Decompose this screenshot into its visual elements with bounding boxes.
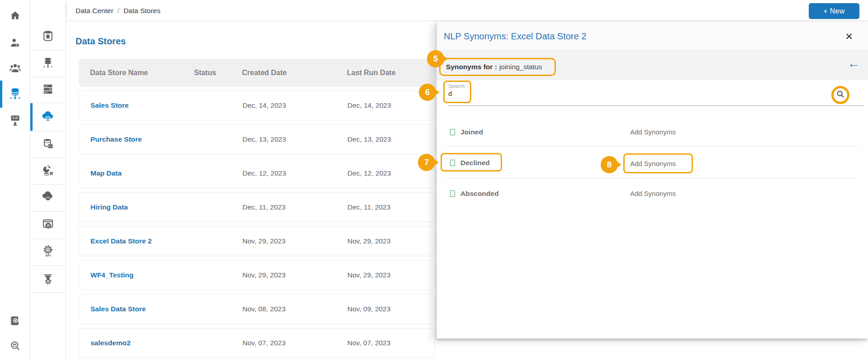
back-arrow-icon[interactable]: ←: [848, 57, 860, 71]
synonym-value-label: Absconded: [460, 190, 498, 198]
declined-highlight-box: [441, 153, 502, 171]
new-button[interactable]: + New: [809, 3, 859, 19]
close-icon[interactable]: ✕: [842, 30, 856, 43]
database-code-icon: </>: [41, 137, 55, 152]
database-home-icon: [41, 29, 55, 45]
last-run-date: Nov, 29, 2023: [347, 227, 390, 256]
created-date: Nov, 07, 2023: [242, 329, 285, 357]
table-row[interactable]: Excel Data Store 2 Nov, 29, 2023 Nov, 29…: [79, 226, 435, 256]
add-synonyms-link[interactable]: Add Synonyms: [630, 128, 676, 136]
table-row[interactable]: Map Data Dec, 12, 2023 Dec, 12, 2023: [79, 158, 435, 188]
last-run-date: Dec, 12, 2023: [347, 159, 391, 188]
sidebar2-item-data-sync[interactable]: [30, 158, 66, 185]
users-icon: [9, 62, 22, 76]
cloud-layers-icon: [41, 190, 55, 206]
synonyms-for-field: Synonyms for : joining_status: [439, 58, 556, 76]
top-bar: Data Center / Data Stores + New: [30, 0, 868, 21]
sidebar2-item-server-rack[interactable]: [30, 77, 66, 103]
data-store-name-link[interactable]: Purchase Store: [90, 125, 142, 154]
sidebar2-item-app-database[interactable]: [30, 212, 66, 239]
breadcrumb-separator: /: [118, 7, 119, 15]
sidebar2-item-api[interactable]: API: [30, 239, 66, 266]
search-floating-label: Search: [448, 83, 470, 89]
breadcrumb-parent[interactable]: Data Center: [76, 7, 114, 15]
data-store-name-link[interactable]: salesdemo2: [90, 329, 131, 357]
sidebar2-item-cloud-database[interactable]: [30, 103, 66, 131]
sidebar2-item-database-stack[interactable]: [30, 51, 66, 77]
column-header-created[interactable]: Created Date: [242, 59, 287, 87]
api-gear-icon: API: [41, 244, 55, 260]
data-store-name-link[interactable]: Excel Data Store 2: [90, 227, 152, 256]
created-date: Dec, 13, 2023: [242, 125, 286, 154]
home-icon: [9, 10, 21, 24]
synonyms-for-value: joining_status: [499, 63, 542, 71]
funnel-gear-icon: [41, 272, 55, 287]
column-header-name[interactable]: Data Store Name: [90, 59, 148, 87]
search-button[interactable]: [831, 86, 849, 104]
last-run-date: Dec, 13, 2023: [347, 125, 391, 154]
table-row[interactable]: Sales Store Dec, 14, 2023 Dec, 14, 2023: [79, 90, 435, 120]
page-title: Data Stores: [76, 36, 126, 47]
table-row[interactable]: Sales Data Store Nov, 08, 2023 Nov, 09, …: [79, 294, 435, 324]
last-run-date: Nov, 29, 2023: [347, 261, 390, 290]
sidebar-item-nlp[interactable]: [0, 109, 30, 133]
annotation-callout-6: 6: [419, 84, 436, 101]
data-store-name-link[interactable]: Hiring Data: [90, 193, 128, 222]
cloud-database-icon: [41, 109, 55, 125]
created-date: Nov, 08, 2023: [242, 295, 285, 324]
server-rack-icon: [41, 82, 55, 98]
svg-text:API: API: [45, 254, 50, 257]
table-row[interactable]: Hiring Data Dec, 11, 2023 Dec, 11, 2023: [79, 192, 435, 222]
table-row[interactable]: WF4_Testing Nov, 29, 2023 Nov, 29, 2023: [79, 260, 435, 290]
table-row[interactable]: salesdemo2 Nov, 07, 2023 Nov, 07, 2023: [79, 328, 435, 358]
search-underline: [447, 105, 864, 106]
column-header-last-run[interactable]: Last Run Date: [347, 59, 396, 87]
data-sync-icon: [41, 164, 55, 179]
breadcrumb-current: Data Stores: [123, 7, 161, 15]
last-run-date: Nov, 09, 2023: [347, 295, 390, 324]
column-header-status[interactable]: Status: [194, 59, 216, 87]
sidebar-item-data-stores[interactable]: [0, 82, 30, 106]
sidebar-item-data-search[interactable]: [0, 335, 30, 358]
nlp-synonyms-panel: NLP Synonyms: Excel Data Store 2 ✕ Synon…: [436, 21, 868, 338]
book-search-icon: [9, 314, 22, 329]
annotation-callout-5: 5: [427, 50, 444, 67]
sidebar2-item-cloud-layers[interactable]: [30, 185, 66, 212]
synonym-value-label: Joined: [460, 128, 483, 136]
table-header: Data Store Name Status Created Date Last…: [79, 59, 435, 87]
data-store-name-link[interactable]: WF4_Testing: [90, 261, 133, 290]
database-network-icon: [8, 86, 22, 102]
last-run-date: Nov, 07, 2023: [347, 329, 390, 357]
secondary-sidebar: </> API: [30, 0, 66, 362]
data-store-name-link[interactable]: Sales Data Store: [90, 295, 146, 324]
data-store-name-link[interactable]: Sales Store: [90, 91, 128, 120]
panel-header: NLP Synonyms: Excel Data Store 2 ✕: [437, 21, 868, 51]
sidebar2-item-database-code[interactable]: </>: [30, 131, 66, 158]
main-sidebar: [0, 0, 30, 362]
window-gear-icon: [41, 218, 55, 233]
sidebar2-item-data-store-home[interactable]: [30, 24, 66, 51]
nlp-chat-icon: [9, 114, 22, 129]
synonym-search-field[interactable]: Search: [443, 81, 471, 103]
table-row[interactable]: Purchase Store Dec, 13, 2023 Dec, 13, 20…: [79, 124, 435, 154]
add-synonyms-highlight-box: [623, 153, 693, 173]
annotation-callout-7: 7: [418, 154, 435, 171]
created-date: Dec, 12, 2023: [242, 159, 286, 188]
topbar-divider: [66, 4, 66, 17]
svg-text:</>: </>: [48, 145, 53, 148]
last-run-date: Dec, 11, 2023: [347, 193, 390, 222]
sidebar-item-home[interactable]: [0, 5, 30, 28]
search-input[interactable]: [448, 89, 466, 97]
synonyms-for-band: Synonyms for : joining_status ←: [437, 51, 868, 80]
app-root: </> API: [0, 0, 868, 362]
created-date: Dec, 14, 2023: [242, 91, 286, 120]
created-date: Dec, 11, 2023: [242, 193, 285, 222]
data-store-name-link[interactable]: Map Data: [90, 159, 122, 188]
sidebar-item-user-settings[interactable]: [0, 32, 30, 55]
sidebar-item-user-groups[interactable]: [0, 57, 30, 81]
add-synonyms-link[interactable]: Add Synonyms: [630, 190, 676, 197]
sidebar2-item-data-funnel[interactable]: [30, 266, 66, 293]
sidebar-item-data-dictionary[interactable]: [0, 310, 30, 333]
search-icon: [835, 89, 845, 101]
panel-title: NLP Synonyms: Excel Data Store 2: [444, 31, 586, 42]
